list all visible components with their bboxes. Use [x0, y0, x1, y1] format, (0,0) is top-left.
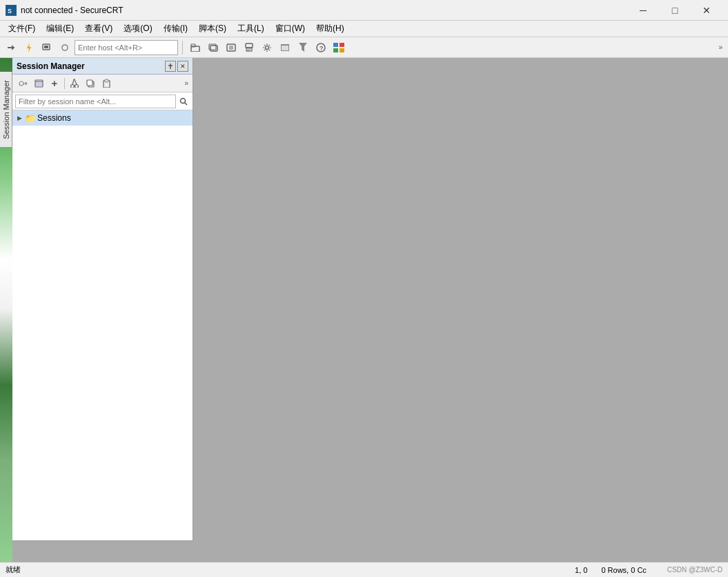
toolbar: ? » — [0, 37, 728, 58]
toolbar-chain-btn[interactable] — [57, 39, 73, 56]
panel-copy-btn[interactable] — [83, 77, 98, 90]
panel-toolbar-more[interactable]: » — [183, 79, 190, 87]
svg-marker-3 — [12, 45, 14, 50]
menu-view[interactable]: 查看(V) — [79, 21, 118, 37]
menu-edit[interactable]: 编辑(E) — [41, 21, 79, 37]
status-rows-cols: 0 Rows, 0 Cc — [601, 566, 646, 574]
toolbar-tileview-btn[interactable] — [331, 39, 347, 56]
session-manager-side-tab[interactable]: Session Manager — [0, 72, 12, 148]
toolbar-settings-btn[interactable] — [259, 39, 275, 56]
svg-rect-8 — [191, 44, 195, 47]
svg-point-46 — [181, 98, 186, 103]
panel-pin-btn[interactable] — [165, 61, 176, 72]
svg-rect-45 — [105, 79, 108, 82]
panel-session-btn[interactable] — [31, 77, 46, 90]
filter-bar — [12, 92, 193, 110]
svg-point-19 — [266, 46, 269, 49]
menu-transfer[interactable]: 传输(I) — [158, 21, 193, 37]
panel-header-controls: ✕ — [165, 61, 188, 72]
panel-header: Session Manager ✕ — [12, 58, 193, 75]
toolbar-filter-btn[interactable] — [295, 39, 311, 56]
toolbar-fullscreen-btn[interactable] — [277, 39, 293, 56]
svg-text:?: ? — [319, 45, 324, 52]
toolbar-lightning-btn[interactable] — [21, 39, 37, 56]
menu-options[interactable]: 选项(O) — [118, 21, 157, 37]
panel-title: Session Manager — [17, 61, 85, 71]
tree-expand-icon: ▶ — [15, 115, 23, 121]
svg-rect-21 — [282, 46, 288, 50]
menu-help[interactable]: 帮助(H) — [311, 21, 350, 37]
svg-marker-22 — [299, 43, 307, 52]
svg-marker-4 — [27, 43, 31, 52]
title-left: S not connected - SecureCRT — [6, 5, 124, 16]
status-coords: 1, 0 — [575, 566, 587, 574]
toolbar-connect-btn[interactable] — [3, 39, 19, 56]
toolbar-overflow-chevron[interactable]: » — [716, 43, 725, 51]
svg-line-47 — [185, 102, 188, 105]
toolbar-sessions-btn[interactable] — [223, 39, 239, 56]
menu-tools[interactable]: 工具(L) — [232, 21, 270, 37]
folder-icon: 📁 — [25, 113, 36, 124]
panel-paste-btn[interactable] — [99, 77, 114, 90]
panel-toolbar: + » — [12, 75, 193, 92]
menu-script[interactable]: 脚本(S) — [193, 21, 232, 37]
main-content: Session Manager Session Manager ✕ — [0, 58, 728, 577]
svg-line-40 — [72, 79, 75, 85]
menu-bar: 文件(F) 编辑(E) 查看(V) 选项(O) 传输(I) 脚本(S) 工具(L… — [0, 21, 728, 37]
toolbar-clone-btn[interactable] — [205, 39, 222, 56]
status-bar: 就绪 1, 0 0 Rows, 0 Cc CSDN @Z3WC-D — [0, 562, 728, 577]
svg-line-41 — [75, 79, 77, 85]
side-tab-label: Session Manager — [2, 80, 10, 139]
panel-new-btn[interactable]: + — [47, 77, 62, 90]
toolbar-help-btn[interactable]: ? — [313, 39, 329, 56]
title-controls: ─ □ ✕ — [627, 0, 722, 21]
tree-item-label: Sessions — [37, 113, 71, 123]
status-watermark: CSDN @Z3WC-D — [667, 566, 722, 574]
svg-rect-6 — [44, 46, 48, 48]
status-text: 就绪 — [6, 565, 575, 575]
panel-close-btn[interactable]: ✕ — [177, 61, 188, 72]
svg-point-38 — [71, 85, 75, 88]
panel-cut-btn[interactable] — [67, 77, 82, 90]
session-tree[interactable]: ▶ 📁 Sessions — [12, 110, 193, 540]
svg-point-39 — [75, 85, 79, 88]
maximize-button[interactable]: □ — [659, 0, 691, 21]
svg-rect-26 — [340, 43, 344, 47]
svg-rect-43 — [87, 80, 92, 86]
svg-point-31 — [19, 81, 23, 86]
menu-file[interactable]: 文件(F) — [3, 21, 41, 37]
svg-rect-28 — [340, 48, 344, 52]
panel-connect-btn[interactable] — [15, 77, 30, 90]
filter-search-button[interactable] — [177, 95, 190, 108]
svg-rect-27 — [333, 48, 338, 52]
panel-toolbar-separator — [64, 78, 65, 89]
main-workspace — [193, 58, 728, 562]
close-button[interactable]: ✕ — [691, 0, 722, 21]
filter-input[interactable] — [15, 95, 176, 108]
minimize-button[interactable]: ─ — [627, 0, 659, 21]
host-input[interactable] — [75, 40, 178, 55]
svg-rect-36 — [36, 81, 42, 86]
tree-item-sessions[interactable]: ▶ 📁 Sessions — [12, 110, 193, 126]
svg-rect-15 — [246, 43, 253, 48]
svg-text:S: S — [8, 8, 12, 14]
svg-rect-25 — [333, 43, 338, 47]
toolbar-new-tab-btn[interactable] — [187, 39, 204, 56]
menu-window[interactable]: 窗口(W) — [270, 21, 311, 37]
app-icon: S — [6, 5, 17, 16]
toolbar-reconnect-btn[interactable] — [39, 39, 55, 56]
session-manager-panel: Session Manager ✕ — [12, 58, 193, 541]
toolbar-print-btn[interactable] — [241, 39, 257, 56]
window-title: not connected - SecureCRT — [21, 6, 124, 15]
toolbar-separator-1 — [182, 41, 183, 55]
title-bar: S not connected - SecureCRT ─ □ ✕ — [0, 0, 728, 21]
